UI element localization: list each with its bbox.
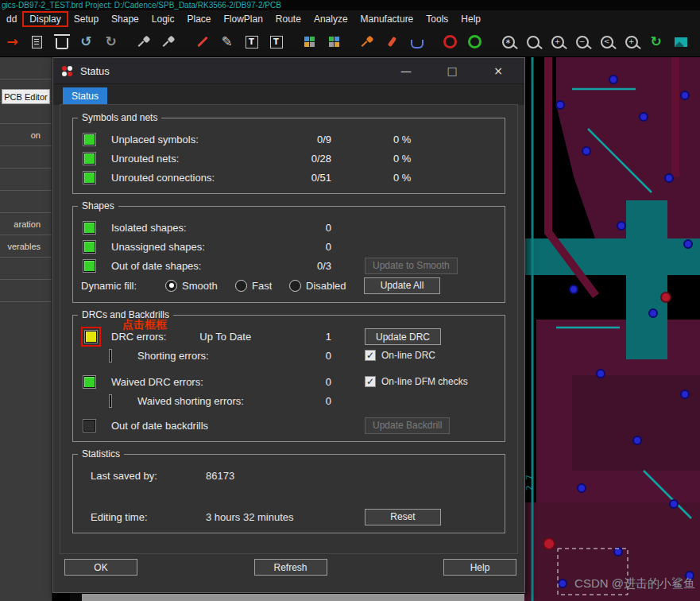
pcb-editor-tab[interactable]: PCB Editor [2, 89, 50, 104]
zoom-out-icon[interactable]: − [571, 31, 593, 52]
update-all-button[interactable]: Update All [364, 277, 440, 294]
ratsnest-on-icon[interactable] [439, 31, 461, 52]
status-led-green [83, 172, 95, 184]
grid-icon[interactable]: # [694, 31, 700, 52]
via-icon[interactable] [406, 31, 427, 52]
delete-icon[interactable] [51, 31, 72, 52]
panel-item[interactable] [0, 102, 52, 124]
picture-shape [675, 37, 687, 47]
annotation-click-the-box: 点击框框 [122, 318, 167, 332]
magnifier-shape: − [576, 36, 589, 48]
module-update-icon[interactable] [323, 31, 345, 52]
toolbar-separator [348, 33, 354, 51]
window-title: gics-DB97-2_TEST.brd Project: D:/Cadence… [0, 0, 700, 10]
checkbox-checked: ✓ [365, 350, 376, 361]
maximize-button[interactable]: □ [442, 62, 462, 79]
row-waived-drc-errors: Waived DRC errors: 0 ✓ On-line DFM check… [81, 372, 497, 391]
zoom-points-icon[interactable]: ∗ [497, 31, 519, 52]
pin-angle-icon[interactable] [158, 31, 180, 52]
panel-item[interactable] [0, 146, 52, 169]
menu-bar: dd Display Setup Shape Logic Place FlowP… [0, 10, 700, 27]
magnifier-shape: ∗ [502, 36, 515, 48]
dart-shape [362, 36, 373, 48]
panel-item[interactable]: aration [0, 213, 52, 235]
menu-item-flowplan[interactable]: FlowPlan [218, 12, 269, 26]
dialog-titlebar: Status — □ × [53, 58, 524, 84]
menu-item-tools[interactable]: Tools [420, 12, 454, 26]
undo-icon[interactable]: ↺ [75, 31, 97, 52]
pcb-canvas[interactable]: 2 7 [524, 57, 700, 601]
menu-item-place[interactable]: Place [180, 12, 217, 26]
dialog-button-bar: OK Refresh Help [64, 559, 516, 576]
layers-icon[interactable] [670, 31, 691, 52]
reset-button[interactable]: Reset [365, 509, 441, 525]
online-drc-checkbox[interactable]: ✓ On-line DRC [365, 350, 497, 361]
radio-disabled[interactable]: Disabled [289, 280, 364, 292]
pencil-icon[interactable]: ✎ [216, 31, 238, 52]
row-isolated-shapes: Isolated shapes: 0 [81, 218, 497, 237]
menu-item-help[interactable]: Help [454, 12, 487, 26]
update-drc-button[interactable]: Update DRC [365, 328, 441, 345]
zoom-previous-icon[interactable]: < [596, 31, 617, 52]
menu-item-add[interactable]: dd [0, 12, 23, 26]
radio-smooth[interactable]: Smooth [165, 280, 235, 292]
text-edit-icon[interactable]: T [265, 31, 287, 52]
radio-fast[interactable]: Fast [235, 280, 289, 292]
menu-item-analyze[interactable]: Analyze [307, 12, 354, 26]
module-shape [304, 37, 315, 47]
radio-dot [289, 280, 301, 292]
refresh-button[interactable]: Refresh [254, 559, 327, 576]
magnifier-shape: + [625, 36, 638, 48]
status-led-green [83, 134, 95, 145]
panel-item[interactable] [0, 280, 52, 302]
group-title: Symbols and nets [78, 112, 161, 123]
ratsnest-off-icon[interactable] [464, 31, 485, 52]
menu-item-logic[interactable]: Logic [145, 12, 181, 26]
zoom-selection-icon[interactable]: + [621, 31, 642, 52]
via-shape [411, 40, 423, 48]
text-box-shape: T [270, 36, 283, 48]
close-button[interactable]: × [488, 62, 509, 79]
drc-errors-led[interactable] [85, 331, 97, 343]
ok-button[interactable]: OK [64, 559, 137, 576]
online-dfm-checkbox[interactable]: ✓ On-line DFM checks [365, 376, 497, 387]
pin-icon[interactable] [133, 31, 155, 52]
panel-item[interactable] [0, 169, 52, 191]
add-arrow-icon[interactable]: → [2, 31, 23, 52]
group-symbols-and-nets: Symbols and nets Unplaced symbols: 0/9 0… [72, 118, 505, 194]
menu-item-shape[interactable]: Shape [105, 12, 145, 26]
zoom-fit-icon[interactable] [522, 31, 543, 52]
menu-item-setup[interactable]: Setup [68, 12, 105, 26]
magnifier-shape: < [601, 36, 613, 48]
paste-icon[interactable] [26, 31, 48, 52]
drc-status: Up To Date [199, 331, 251, 343]
module-swap-icon[interactable] [299, 31, 320, 52]
panel-item[interactable] [0, 191, 52, 213]
line-slash-icon[interactable] [191, 31, 213, 52]
text-icon[interactable]: T [241, 31, 262, 52]
dialog-tabbar: Status [53, 84, 524, 105]
toolbar-separator [125, 33, 130, 51]
panel-item[interactable] [0, 258, 52, 280]
help-button[interactable]: Help [443, 559, 516, 576]
panel-item[interactable] [0, 57, 52, 79]
redraw-icon[interactable]: ↻ [645, 31, 667, 52]
redo-icon[interactable]: ↻ [100, 31, 122, 52]
menu-item-route[interactable]: Route [269, 12, 307, 26]
group-drcs-and-backdrills: DRCs and Backdrills 点击框框 DRC errors: Up … [72, 315, 505, 442]
menu-item-display[interactable]: Display [23, 12, 67, 26]
toolbar-separator [431, 33, 436, 51]
panel-item[interactable]: on [0, 124, 52, 146]
minimize-button[interactable]: — [396, 62, 416, 79]
panel-item[interactable]: verables [0, 235, 52, 258]
status-led-green [83, 260, 95, 272]
zoom-in-icon[interactable]: + [547, 31, 568, 52]
brush-icon[interactable] [381, 31, 403, 52]
dialog-corner-shadow [70, 593, 82, 601]
annotation-red-box [81, 327, 101, 347]
dart-orange-icon[interactable] [357, 31, 378, 52]
tab-status[interactable]: Status [63, 87, 107, 105]
toolbar-separator [183, 33, 188, 51]
menu-item-manufacture[interactable]: Manufacture [354, 12, 420, 26]
pin-shape [138, 36, 150, 48]
